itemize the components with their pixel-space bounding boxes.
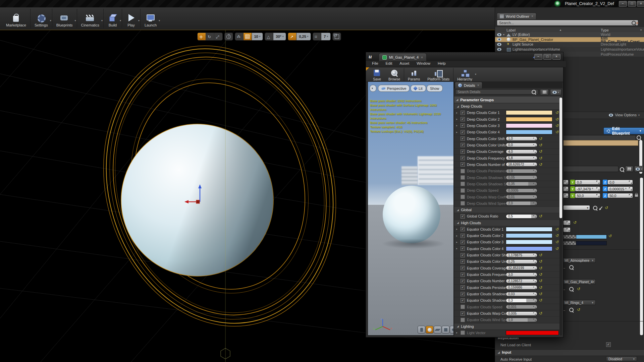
param-value-field[interactable]: 0,0005 <box>506 188 537 193</box>
editor-toolbar-save-button[interactable]: Save <box>369 68 385 81</box>
param-value-field[interactable]: 0,005 <box>506 311 537 316</box>
y-value-field[interactable]: -97,3479 ° <box>575 186 600 191</box>
z-value-field[interactable]: 50,0 <box>607 193 633 198</box>
parameter-group-header[interactable]: ◢Deep Clouds <box>454 103 560 110</box>
scale-snap-toggle[interactable] <box>288 33 296 40</box>
revert-icon[interactable]: ↺ <box>539 214 544 219</box>
sort-caret-icon[interactable]: ▾ <box>640 28 642 32</box>
param-color-swatch[interactable] <box>506 123 552 128</box>
param-value-field[interactable]: 1,178875 <box>506 253 537 257</box>
param-value-field[interactable]: 3,0 <box>506 273 537 277</box>
param-color-swatch[interactable] <box>506 130 552 134</box>
details-scrollbar[interactable] <box>640 178 643 335</box>
toolbar-button-settings[interactable]: Settings ▾ <box>30 9 52 28</box>
outliner-search-input[interactable]: Search... <box>497 20 638 26</box>
editor-toolbar-browse-button[interactable]: Browse <box>385 68 404 81</box>
camera-speed-value[interactable]: 7▾ <box>321 33 330 40</box>
menu-file[interactable]: File <box>369 61 382 67</box>
param-checkbox[interactable] <box>461 136 465 141</box>
editor-toolbar-stats-button[interactable]: Platform Stats <box>424 68 453 81</box>
details-matrix-button[interactable] <box>540 89 549 95</box>
param-value-field[interactable]: 0,3 <box>506 298 537 303</box>
menu-help[interactable]: Help <box>434 61 449 67</box>
param-checkbox[interactable] <box>461 143 465 147</box>
edit-blueprint-button[interactable]: Edit Blueprint▾ <box>603 127 644 134</box>
param-checkbox[interactable] <box>461 149 465 154</box>
outliner-row[interactable]: LightmassImportanceVolume LightmassImpor… <box>495 47 644 52</box>
visibility-eye-icon[interactable] <box>497 48 501 51</box>
preview-shape-cylinder-button[interactable] <box>418 326 425 334</box>
param-checkbox[interactable] <box>461 175 465 180</box>
revert-icon[interactable]: ↺ <box>608 234 612 238</box>
param-checkbox[interactable] <box>461 266 465 270</box>
tab-close-icon[interactable]: × <box>531 14 533 18</box>
material-preview-viewport[interactable]: ▾ Perspective Lit Show Base pass shader:… <box>368 81 454 336</box>
z-value-field[interactable]: 0,0 <box>607 180 633 185</box>
x-field-stub[interactable] <box>563 193 569 198</box>
dropdown-caret-icon[interactable]: ▾ <box>138 19 140 22</box>
property-dropdown[interactable]: ▾ <box>563 205 590 210</box>
details-tab[interactable]: i Details × <box>455 82 482 88</box>
maximize-button[interactable]: □ <box>628 1 636 7</box>
details-visibility-button[interactable]: ▾ <box>550 89 561 95</box>
param-checkbox[interactable] <box>461 298 465 303</box>
revert-icon[interactable]: ↺ <box>539 136 544 141</box>
visibility-eye-icon[interactable] <box>497 43 501 46</box>
toolbar-button-blueprints[interactable]: Blueprints ▾ <box>52 9 77 28</box>
minimize-button[interactable]: − <box>619 1 627 7</box>
expander-icon[interactable]: ▸ <box>456 111 459 114</box>
param-checkbox[interactable] <box>461 169 465 173</box>
expander-icon[interactable]: ▸ <box>456 247 459 250</box>
param-color-swatch[interactable] <box>506 227 552 232</box>
rotate-tool-button[interactable] <box>206 33 214 40</box>
dropdown-caret-icon[interactable]: ▾ <box>475 73 476 76</box>
outliner-add-icon[interactable]: + <box>636 20 639 25</box>
revert-icon[interactable]: ↺ <box>539 272 544 277</box>
toolbar-button-cinematics[interactable]: Cinematics ▾ <box>77 9 103 28</box>
param-value-field[interactable]: 4,0 <box>506 149 537 154</box>
visibility-eye-icon[interactable] <box>497 38 501 41</box>
dropdown-caret-icon[interactable]: ▾ <box>50 19 51 22</box>
search-icon[interactable] <box>569 287 574 291</box>
preview-shape-cube-button[interactable] <box>442 326 449 334</box>
view-options-button[interactable]: View Options▾ <box>609 113 640 117</box>
details-search-input[interactable]: Search Details <box>455 89 538 95</box>
param-color-swatch[interactable] <box>506 240 552 244</box>
move-tool-button[interactable] <box>198 33 206 40</box>
param-checkbox[interactable] <box>461 318 465 322</box>
auto-receive-dropdown[interactable]: Disabled▾ <box>606 356 637 361</box>
param-checkbox[interactable] <box>461 123 465 128</box>
expander-icon[interactable]: ▸ <box>456 234 459 237</box>
tab-close-icon[interactable]: × <box>421 56 423 59</box>
dropdown-caret-icon[interactable]: ▾ <box>120 19 121 22</box>
material-slot-dropdown[interactable]: MI_Rings_4▾ <box>559 300 596 305</box>
param-value-field[interactable]: 18,626572 <box>506 162 537 167</box>
param-checkbox[interactable] <box>461 130 465 134</box>
preview-shape-sphere-button[interactable] <box>426 326 433 334</box>
lock-icon[interactable] <box>635 194 638 197</box>
param-checkbox[interactable] <box>461 201 465 205</box>
material-slot-dropdown[interactable]: MI_Gas_Planet_4▾ <box>559 279 596 284</box>
visibility-eye-icon[interactable] <box>497 33 501 36</box>
camera-speed-button[interactable] <box>313 33 321 40</box>
expander-icon[interactable]: ▸ <box>456 124 459 127</box>
color-bar-dark[interactable] <box>576 241 607 245</box>
param-checkbox[interactable] <box>461 259 465 264</box>
revert-icon[interactable]: ↺ <box>539 149 544 154</box>
expander-icon[interactable]: ▸ <box>456 331 459 334</box>
viewport-options-button[interactable]: ▾ <box>370 85 376 92</box>
numeric-stub-field[interactable] <box>563 227 571 232</box>
asset-tab[interactable]: MI_Gas_Planet_4 × <box>379 53 427 61</box>
revert-icon[interactable]: ↺ <box>539 279 544 283</box>
expander-icon[interactable]: ▸ <box>456 228 459 231</box>
param-value-field[interactable]: 0,001 <box>506 305 537 309</box>
parameter-group-header[interactable]: ◢Global <box>454 207 560 213</box>
revert-icon[interactable]: ↺ <box>539 156 544 161</box>
toolbar-button-launch[interactable]: Launch ▾ <box>140 9 161 28</box>
param-checkbox[interactable] <box>461 330 465 335</box>
param-value-field[interactable]: 0,159986 <box>506 285 537 290</box>
tab-close-icon[interactable]: × <box>477 83 479 87</box>
revert-icon[interactable]: ↺ <box>539 143 544 147</box>
editor-toolbar-params-button[interactable]: Params <box>404 68 424 81</box>
param-value-field[interactable]: 1,0 <box>506 169 537 173</box>
